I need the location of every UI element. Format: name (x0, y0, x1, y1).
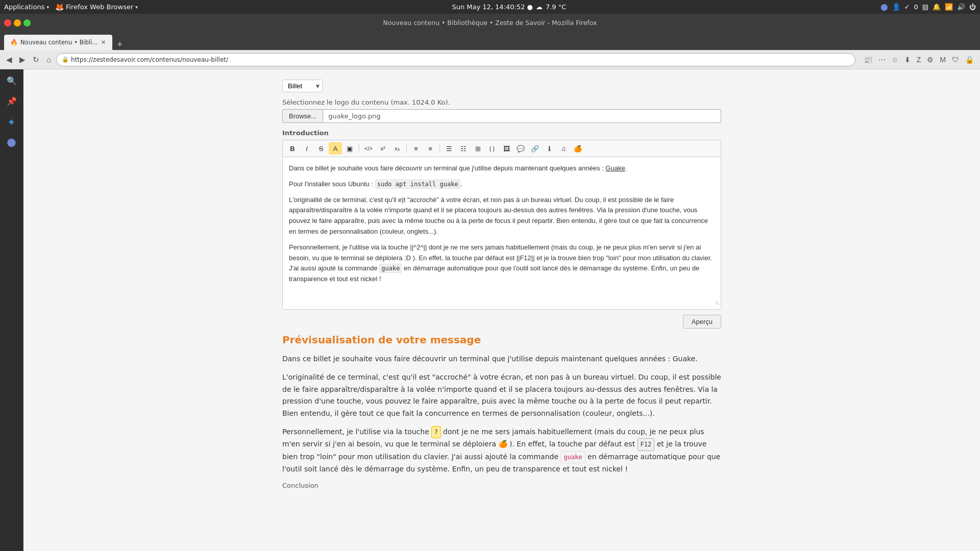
home-button[interactable]: ⌂ (44, 53, 53, 66)
user-icon: 👤 (892, 3, 900, 11)
overflow-button[interactable]: ⋯ (876, 54, 888, 66)
code-guake: guake (379, 264, 402, 273)
sidebar-search-button[interactable]: 🔍 (5, 73, 19, 88)
apercu-button[interactable]: Aperçu (683, 315, 721, 329)
f12-badge: F12 (638, 438, 655, 450)
bookmark-button[interactable]: ☆ (890, 54, 900, 66)
link-button[interactable]: 🔗 (528, 142, 542, 155)
browser-titlebar: Nouveau contenu • Bibliothèque • Zeste d… (0, 14, 980, 32)
content-type-section: Billet Article Tutoriel (282, 80, 721, 92)
browser-body: 🔍 📌 ◈ ⬤ ⊞ Billet Article Tutoriel Sélect… (0, 69, 980, 551)
ublock-button[interactable]: 🛡 (950, 54, 961, 66)
editor-area[interactable]: Dans ce billet je souhaite vous faire dé… (282, 157, 721, 310)
strikethrough-button[interactable]: S (314, 142, 328, 155)
datetime-label: Sun May 12, 14:40:52 ● (452, 3, 533, 11)
main-content: Billet Article Tutoriel Sélectionnez le … (23, 69, 980, 551)
applications-menu[interactable]: Applications ▾ (4, 3, 49, 11)
reload-button[interactable]: ↻ (31, 53, 41, 66)
download-button[interactable]: ⬇ (902, 54, 913, 66)
browse-button[interactable]: Browse... (282, 109, 323, 123)
sidebar-pin-button[interactable]: 📌 (5, 94, 19, 108)
preview-text-1: Dans ce billet je souhaite vous faire dé… (282, 353, 721, 365)
content-type-select[interactable]: Billet Article Tutoriel (282, 80, 323, 92)
guake-code-badge: guake (560, 451, 585, 463)
firefox-favicon-icon: 🦊 (55, 3, 64, 11)
code-inline-button[interactable]: { } (485, 142, 499, 155)
intro-label: Introduction (282, 129, 721, 137)
editor-para-1: Dans ce billet je souhaite vous faire dé… (289, 163, 715, 174)
bold-button[interactable]: B (286, 142, 299, 155)
reader-view-button[interactable]: 📰 (862, 54, 874, 66)
list-ul-button[interactable]: ☰ (443, 142, 456, 155)
close-button[interactable] (4, 19, 11, 27)
preview-para-3: Personnellement, je l'utilise via la tou… (282, 426, 721, 475)
wifi-icon: 📶 (945, 3, 953, 11)
firefox-menu[interactable]: 🦊 Firefox Web Browser ▾ (55, 3, 138, 11)
tab-bar: 🔥 Nouveau contenu • Bibli... ✕ + (0, 32, 980, 50)
sidebar-left: 🔍 📌 ◈ ⬤ ⊞ (0, 69, 23, 551)
key-unknown-badge: ? (431, 426, 440, 438)
content-type-select-wrapper[interactable]: Billet Article Tutoriel (282, 80, 323, 92)
system-bar-left: Applications ▾ 🦊 Firefox Web Browser ▾ (4, 3, 138, 11)
zotero-button[interactable]: Z (915, 54, 923, 66)
tab-close-icon[interactable]: ✕ (101, 39, 106, 46)
url-lock-icon: 🔒 (62, 56, 69, 63)
table-button[interactable]: ⊞ (471, 142, 484, 155)
code-block-button[interactable]: </> (362, 142, 375, 155)
preview-title: Prévisualisation de votre message (282, 334, 721, 346)
toolbar-separator-3 (439, 144, 440, 153)
nav-bar: ◀ ▶ ↻ ⌂ 🔒 https://zestedesavoir.com/cont… (0, 50, 980, 69)
file-name-display: guake_logo.png (323, 109, 721, 123)
logo-upload-row: Browse... guake_logo.png (282, 109, 721, 123)
superscript-button[interactable]: x² (376, 142, 389, 155)
checkmark-icon: ✓ (904, 3, 910, 11)
system-bar: Applications ▾ 🦊 Firefox Web Browser ▾ S… (0, 0, 980, 14)
tab-title: Nouveau contenu • Bibli... (20, 39, 97, 46)
emoji-button[interactable]: 🍊 (571, 142, 584, 155)
guake-link-1[interactable]: Guake (605, 164, 625, 172)
info-button[interactable]: ℹ (543, 142, 556, 155)
forward-button[interactable]: ▶ (17, 53, 28, 66)
align-left-button[interactable]: ≡ (409, 142, 423, 155)
security-button[interactable]: 🔒 (963, 54, 976, 66)
weather-icon: ☁ (536, 3, 543, 11)
sidebar-vscode-button[interactable]: ◈ (5, 114, 19, 129)
url-text: https://zestedesavoir.com/contenus/nouve… (71, 56, 228, 63)
highlight-button[interactable]: A (329, 142, 342, 155)
system-bar-right: ⬤ 👤 ✓ 0 ▤ 🔔 📶 🔊 ⏻ (880, 3, 976, 11)
firefox-label: Firefox Web Browser (66, 3, 133, 11)
resize-handle-icon[interactable]: ⤡ (715, 298, 720, 308)
editor-para-4: Personnellement, je l'utilise via la tou… (289, 242, 715, 285)
maximize-button[interactable] (23, 19, 31, 27)
list-ol-button[interactable]: ☷ (457, 142, 470, 155)
display-icon: ▤ (922, 3, 928, 11)
align-right-button[interactable]: ≡ (424, 142, 437, 155)
minimize-button[interactable] (14, 19, 21, 27)
new-tab-button[interactable]: + (114, 39, 126, 50)
back-button[interactable]: ◀ (4, 53, 14, 66)
preview-text-3: Personnellement, je l'utilise via la tou… (282, 426, 721, 475)
browser-tab[interactable]: 🔥 Nouveau contenu • Bibli... ✕ (4, 35, 112, 50)
system-bar-center: Sun May 12, 14:40:52 ● ☁ 7.9 °C (452, 3, 566, 11)
window-title: Nouveau contenu • Bibliothèque • Zeste d… (383, 19, 597, 27)
comment-button[interactable]: 💬 (514, 142, 527, 155)
emoji-pumpkin-icon: 🍊 (499, 440, 507, 448)
apercu-section: Aperçu (282, 315, 721, 329)
conclusion-label: Conclusion (282, 482, 721, 489)
extensions-button[interactable]: ⚙ (925, 54, 936, 66)
discord-icon: ⬤ (880, 3, 888, 11)
power-icon: ⏻ (969, 3, 976, 11)
url-bar[interactable]: 🔒 https://zestedesavoir.com/contenus/nou… (56, 53, 855, 66)
audio-button[interactable]: ♫ (557, 142, 570, 155)
center-button[interactable]: ▣ (343, 142, 356, 155)
applications-arrow: ▾ (46, 5, 49, 10)
gmail-button[interactable]: M (938, 54, 948, 66)
italic-button[interactable]: I (300, 142, 313, 155)
toolbar-separator-1 (359, 144, 359, 153)
window-controls (4, 19, 31, 27)
tab-favicon-icon: 🔥 (10, 39, 17, 46)
sidebar-discord-button[interactable]: ⬤ (5, 135, 19, 149)
image-button[interactable]: 🖼 (500, 142, 513, 155)
preview-section: Prévisualisation de votre message Dans c… (282, 334, 721, 489)
subscript-button[interactable]: x₂ (390, 142, 404, 155)
